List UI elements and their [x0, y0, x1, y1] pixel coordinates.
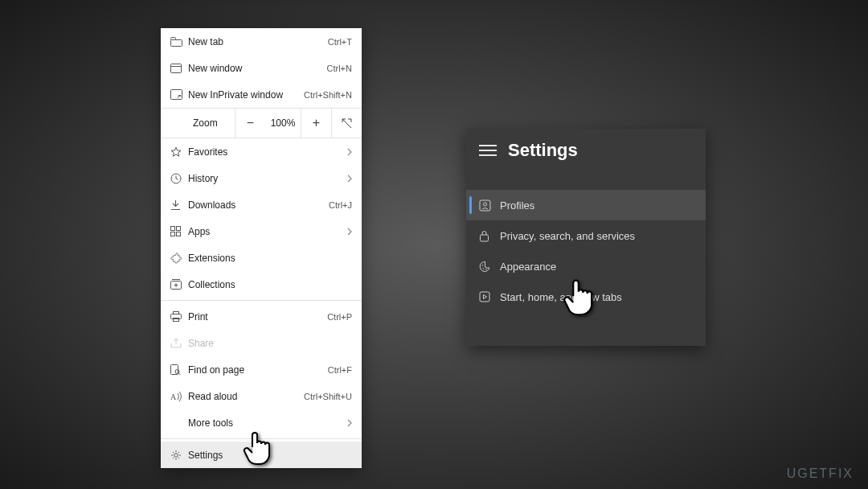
menu-label: Apps: [188, 226, 347, 237]
svg-rect-22: [481, 235, 489, 241]
lock-icon: [479, 230, 500, 242]
settings-nav-list: Profiles Privacy, search, and services A…: [466, 175, 706, 312]
menu-label: Find on page: [188, 364, 328, 376]
menu-item-settings[interactable]: Settings: [161, 442, 362, 468]
settings-sidebar-panel: Settings Profiles Privacy, search, and s…: [466, 129, 706, 346]
zoom-label: Zoom: [161, 117, 235, 129]
settings-item-label: Privacy, search, and services: [500, 230, 635, 242]
profile-icon: [479, 199, 500, 212]
svg-rect-4: [171, 90, 182, 100]
menu-item-read-aloud[interactable]: A Read aloud Ctrl+Shift+U: [161, 383, 362, 409]
menu-item-new-tab[interactable]: New tab Ctrl+T: [161, 28, 362, 55]
svg-rect-9: [177, 232, 181, 236]
download-icon: [170, 199, 188, 211]
menu-item-share: Share: [161, 330, 362, 356]
svg-point-21: [484, 203, 487, 206]
chevron-right-icon: [347, 419, 352, 427]
print-icon: [170, 311, 188, 322]
menu-label: Favorites: [188, 146, 347, 158]
menu-item-new-inprivate[interactable]: New InPrivate window Ctrl+Shift+N: [161, 81, 362, 108]
menu-label: Print: [188, 311, 327, 323]
window-icon: [170, 64, 188, 73]
svg-rect-6: [171, 227, 175, 231]
svg-point-25: [485, 269, 487, 270]
menu-label: New InPrivate window: [188, 89, 304, 101]
extension-icon: [170, 253, 188, 264]
svg-point-19: [174, 453, 178, 457]
svg-rect-0: [171, 39, 182, 46]
menu-shortcut: Ctrl+P: [327, 312, 352, 322]
menu-shortcut: Ctrl+Shift+N: [304, 90, 352, 100]
settings-item-label: Appearance: [500, 261, 556, 273]
chevron-right-icon: [347, 148, 352, 156]
menu-label: Share: [188, 338, 352, 349]
edge-context-menu: New tab Ctrl+T New window Ctrl+N New InP…: [161, 28, 362, 468]
menu-item-favorites[interactable]: Favorites: [161, 138, 362, 165]
settings-item-profiles[interactable]: Profiles: [466, 190, 706, 220]
gear-icon: [170, 450, 188, 461]
svg-line-17: [178, 372, 180, 374]
settings-item-start[interactable]: Start, home, and new tabs: [466, 281, 706, 312]
menu-label: Extensions: [188, 253, 352, 264]
menu-item-new-window[interactable]: New window Ctrl+N: [161, 55, 362, 81]
watermark: UGETFIX: [787, 466, 854, 481]
find-icon: [170, 364, 188, 376]
svg-rect-8: [171, 232, 175, 236]
menu-label: Read aloud: [188, 391, 304, 402]
zoom-out-button[interactable]: −: [235, 109, 265, 138]
settings-header: Settings: [466, 129, 706, 175]
chevron-right-icon: [347, 175, 352, 183]
svg-rect-26: [480, 292, 489, 302]
menu-label: More tools: [188, 417, 347, 429]
svg-rect-7: [177, 227, 181, 231]
fullscreen-button[interactable]: [331, 109, 362, 138]
menu-label: Settings: [188, 450, 352, 461]
svg-rect-2: [171, 64, 182, 72]
apps-icon: [170, 226, 188, 236]
zoom-value: 100%: [265, 117, 301, 129]
svg-point-24: [483, 268, 485, 269]
menu-item-find-on-page[interactable]: Find on page Ctrl+F: [161, 356, 362, 383]
svg-text:A: A: [170, 392, 177, 401]
settings-item-label: Start, home, and new tabs: [500, 291, 622, 303]
history-icon: [170, 173, 188, 184]
menu-shortcut: Ctrl+N: [327, 64, 352, 73]
menu-item-more-tools[interactable]: More tools: [161, 409, 362, 436]
inprivate-icon: [170, 89, 188, 100]
menu-label: New window: [188, 63, 327, 74]
menu-shortcut: Ctrl+J: [329, 200, 352, 210]
settings-item-privacy[interactable]: Privacy, search, and services: [466, 220, 706, 251]
menu-item-collections[interactable]: Collections: [161, 271, 362, 298]
menu-item-extensions[interactable]: Extensions: [161, 244, 362, 271]
hamburger-icon[interactable]: [479, 145, 497, 156]
menu-shortcut: Ctrl+Shift+U: [304, 392, 352, 401]
svg-point-23: [482, 265, 484, 266]
menu-label: New tab: [188, 36, 328, 47]
start-icon: [479, 291, 500, 302]
collection-icon: [170, 279, 188, 290]
menu-item-apps[interactable]: Apps: [161, 218, 362, 244]
svg-rect-1: [171, 37, 176, 39]
zoom-in-button[interactable]: +: [301, 109, 331, 138]
menu-shortcut: Ctrl+F: [328, 365, 352, 375]
menu-shortcut: Ctrl+T: [328, 37, 352, 47]
appearance-icon: [479, 261, 500, 273]
menu-divider: [161, 300, 362, 301]
menu-label: Collections: [188, 279, 352, 290]
svg-point-16: [175, 369, 179, 373]
settings-item-label: Profiles: [500, 199, 534, 212]
menu-label: Downloads: [188, 199, 329, 211]
menu-item-history[interactable]: History: [161, 165, 362, 191]
menu-item-downloads[interactable]: Downloads Ctrl+J: [161, 191, 362, 218]
settings-title: Settings: [508, 140, 578, 161]
menu-item-print[interactable]: Print Ctrl+P: [161, 303, 362, 330]
read-icon: A: [170, 392, 188, 401]
new-tab-icon: [170, 37, 188, 47]
chevron-right-icon: [347, 228, 352, 236]
menu-divider: [161, 438, 362, 439]
star-icon: [170, 146, 188, 158]
share-icon: [170, 338, 188, 348]
settings-item-appearance[interactable]: Appearance: [466, 251, 706, 281]
zoom-row: Zoom − 100% +: [161, 108, 362, 138]
menu-label: History: [188, 173, 347, 184]
